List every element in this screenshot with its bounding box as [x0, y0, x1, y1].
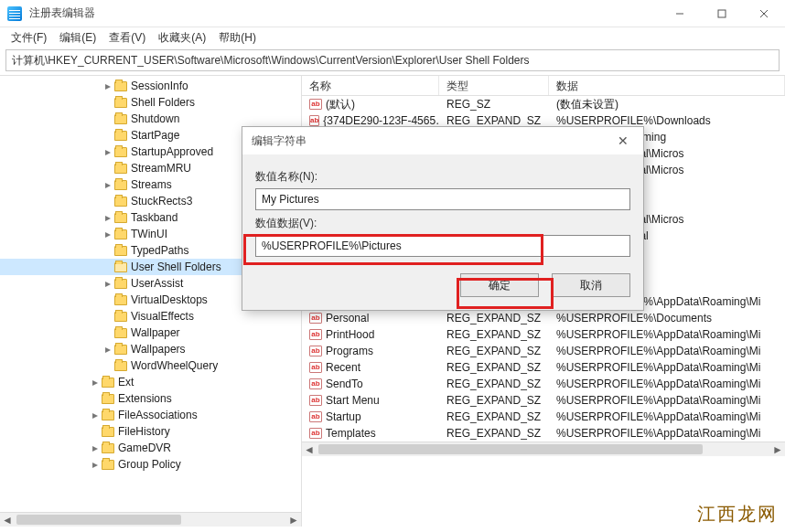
- folder-icon: [102, 410, 114, 420]
- folder-icon: [114, 81, 127, 91]
- tree-hscroll[interactable]: ◄ ►: [0, 512, 301, 527]
- list-row[interactable]: (默认)REG_SZ(数值未设置): [302, 96, 785, 112]
- menu-view[interactable]: 查看(V): [103, 28, 151, 48]
- tree-item[interactable]: Shutdown: [0, 111, 301, 127]
- expand-icon[interactable]: ▸: [102, 345, 113, 355]
- tree-item[interactable]: Shell Folders: [0, 94, 301, 111]
- menu-file[interactable]: 文件(F): [5, 28, 52, 48]
- tree-item-label: Extensions: [118, 392, 172, 405]
- tree-item-label: SessionInfo: [131, 80, 188, 92]
- folder-icon: [114, 131, 127, 141]
- scroll-right-icon[interactable]: ►: [286, 513, 301, 527]
- expand-icon[interactable]: ▸: [90, 443, 100, 453]
- folder-icon: [102, 443, 114, 453]
- folder-icon: [114, 229, 127, 239]
- list-header: 名称 类型 数据: [302, 76, 785, 96]
- tree-item[interactable]: Extensions: [0, 390, 301, 407]
- folder-icon: [114, 180, 127, 190]
- list-row[interactable]: TemplatesREG_EXPAND_SZ%USERPROFILE%\AppD…: [302, 425, 785, 442]
- expand-icon[interactable]: [102, 312, 113, 322]
- cell-data: %USERPROFILE%\Documents: [549, 312, 785, 325]
- tree-item[interactable]: ▸SessionInfo: [0, 78, 301, 94]
- expand-icon[interactable]: [90, 427, 100, 437]
- expand-icon[interactable]: ▸: [90, 410, 100, 420]
- folder-icon: [114, 213, 127, 223]
- list-row[interactable]: Start MenuREG_EXPAND_SZ%USERPROFILE%\App…: [302, 392, 785, 409]
- expand-icon[interactable]: [102, 131, 113, 141]
- expand-icon[interactable]: ▸: [102, 147, 113, 157]
- expand-icon[interactable]: [102, 98, 113, 108]
- close-button[interactable]: [743, 0, 785, 27]
- expand-icon[interactable]: [102, 295, 113, 305]
- expand-icon[interactable]: [102, 197, 113, 207]
- expand-icon[interactable]: [102, 246, 113, 256]
- maximize-button[interactable]: [701, 0, 743, 27]
- expand-icon[interactable]: ▸: [102, 81, 113, 91]
- cell-data: %USERPROFILE%\AppData\Roaming\Mi: [549, 361, 785, 374]
- tree-item-label: Wallpaper: [131, 326, 180, 339]
- string-value-icon: [309, 329, 322, 340]
- tree-item[interactable]: ▸Wallpapers: [0, 341, 301, 357]
- menu-help[interactable]: 帮助(H): [213, 28, 262, 48]
- string-value-icon: [309, 428, 322, 439]
- tree-item-label: StreamMRU: [131, 162, 191, 175]
- tree-item-label: Taskband: [131, 211, 177, 224]
- tree-item[interactable]: ▸Group Policy: [0, 456, 301, 473]
- value-data-label: 数值数据(V):: [255, 216, 630, 231]
- dialog-close-icon[interactable]: ✕: [612, 133, 634, 148]
- expand-icon[interactable]: ▸: [102, 279, 113, 289]
- cell-type: REG_EXPAND_SZ: [439, 361, 549, 374]
- tree-item[interactable]: FileHistory: [0, 423, 301, 440]
- minimize-button[interactable]: [659, 0, 701, 27]
- scroll-left-icon[interactable]: ◄: [0, 513, 15, 527]
- expand-icon[interactable]: ▸: [102, 180, 113, 190]
- expand-icon[interactable]: ▸: [90, 460, 100, 470]
- cell-name: Startup: [302, 410, 439, 423]
- col-type[interactable]: 类型: [439, 76, 549, 95]
- tree-item[interactable]: Wallpaper: [0, 325, 301, 341]
- expand-icon[interactable]: [102, 328, 113, 338]
- menu-edit[interactable]: 编辑(E): [54, 28, 102, 48]
- expand-icon[interactable]: [102, 164, 113, 174]
- list-row[interactable]: RecentREG_EXPAND_SZ%USERPROFILE%\AppData…: [302, 359, 785, 376]
- col-name[interactable]: 名称: [302, 76, 439, 95]
- value-name-input[interactable]: [255, 188, 630, 210]
- tree-item-label: Shell Folders: [131, 96, 195, 109]
- list-row[interactable]: ProgramsREG_EXPAND_SZ%USERPROFILE%\AppDa…: [302, 343, 785, 359]
- list-row[interactable]: StartupREG_EXPAND_SZ%USERPROFILE%\AppDat…: [302, 409, 785, 425]
- dialog-titlebar[interactable]: 编辑字符串 ✕: [242, 127, 643, 154]
- tree-item-label: GameDVR: [118, 442, 171, 454]
- tree-item[interactable]: ▸GameDVR: [0, 440, 301, 456]
- scroll-left-icon[interactable]: ◄: [302, 442, 317, 456]
- edit-string-dialog: 编辑字符串 ✕ 数值名称(N): 数值数据(V): 确定 取消: [242, 126, 644, 311]
- ok-button[interactable]: 确定: [460, 273, 539, 297]
- value-data-input[interactable]: [255, 235, 630, 257]
- expand-icon[interactable]: ▸: [102, 229, 113, 239]
- value-name-label: 数值名称(N):: [255, 169, 630, 185]
- expand-icon[interactable]: [102, 262, 113, 272]
- expand-icon[interactable]: [102, 114, 113, 124]
- cancel-button[interactable]: 取消: [552, 273, 630, 297]
- menu-favorites[interactable]: 收藏夹(A): [153, 28, 211, 48]
- tree-item-label: Group Policy: [118, 458, 181, 471]
- cell-name: Templates: [302, 427, 439, 440]
- tree-item[interactable]: WordWheelQuery: [0, 357, 301, 374]
- expand-icon[interactable]: [102, 361, 113, 371]
- tree-item[interactable]: ▸Ext: [0, 374, 301, 390]
- tree-item-label: TypedPaths: [131, 244, 188, 257]
- expand-icon[interactable]: ▸: [102, 213, 113, 223]
- list-row[interactable]: PrintHoodREG_EXPAND_SZ%USERPROFILE%\AppD…: [302, 326, 785, 343]
- col-data[interactable]: 数据: [549, 76, 785, 95]
- string-value-icon: [309, 313, 322, 324]
- cell-data: %USERPROFILE%\AppData\Roaming\Mi: [549, 394, 785, 407]
- list-row[interactable]: PersonalREG_EXPAND_SZ%USERPROFILE%\Docum…: [302, 310, 785, 326]
- scroll-right-icon[interactable]: ►: [770, 442, 785, 456]
- tree-item-label: WordWheelQuery: [131, 359, 218, 372]
- expand-icon[interactable]: [90, 394, 100, 404]
- list-hscroll[interactable]: ◄ ►: [302, 442, 785, 456]
- list-row[interactable]: SendToREG_EXPAND_SZ%USERPROFILE%\AppData…: [302, 376, 785, 392]
- expand-icon[interactable]: ▸: [90, 378, 100, 388]
- folder-icon: [114, 98, 127, 108]
- address-bar[interactable]: 计算机\HKEY_CURRENT_USER\Software\Microsoft…: [5, 49, 780, 71]
- tree-item[interactable]: ▸FileAssociations: [0, 407, 301, 423]
